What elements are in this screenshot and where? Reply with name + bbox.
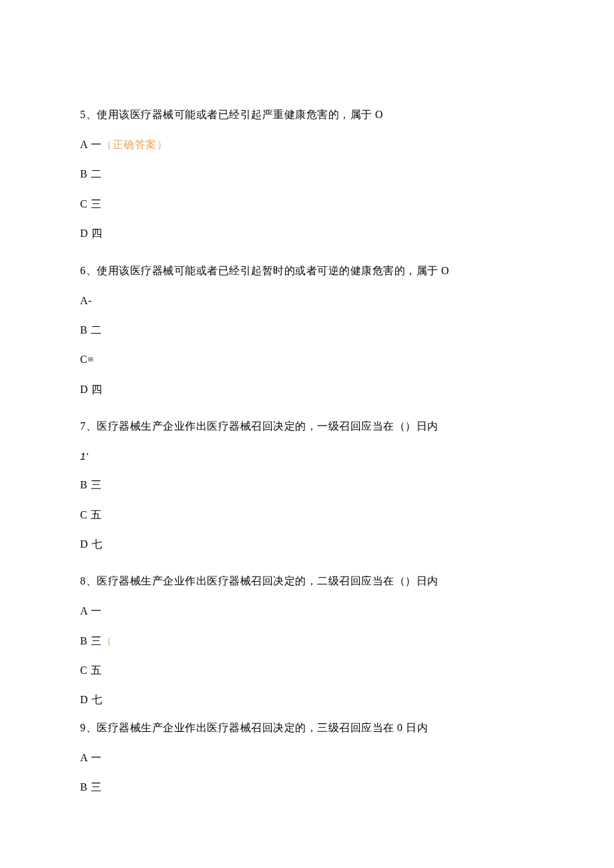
option-a: A 一（正确答案）	[80, 137, 534, 152]
question-5: 5、使用该医疗器械可能或者已经引起严重健康危害的，属于 O A 一（正确答案） …	[80, 107, 534, 242]
question-6: 6、使用该医疗器械可能或者已经引起暂时的或者可逆的健康危害的，属于 O A- B…	[80, 263, 534, 398]
question-text: 5、使用该医疗器械可能或者已经引起严重健康危害的，属于 O	[80, 107, 534, 123]
option-c: C 五	[80, 663, 534, 678]
question-9: 9、医疗器械生产企业作出医疗器械召回决定的，三级召回应当在 0 日内 A 一 B…	[80, 720, 534, 795]
question-text: 9、医疗器械生产企业作出医疗器械召回决定的，三级召回应当在 0 日内	[80, 720, 534, 736]
option-a: A 一	[80, 604, 534, 618]
question-text: 6、使用该医疗器械可能或者已经引起暂时的或者可逆的健康危害的，属于 O	[80, 263, 534, 279]
question-body: 医疗器械生产企业作出医疗器械召回决定的，三级召回应当在 0 日内	[97, 722, 428, 733]
option-italic: 1'	[80, 449, 534, 463]
option-b: B 三（	[80, 634, 534, 648]
question-body: 医疗器械生产企业作出医疗器械召回决定的，一级召回应当在（）日内	[97, 420, 438, 432]
option-a: A-	[80, 294, 534, 308]
option-d: D 七	[80, 693, 534, 707]
question-number: 8、	[80, 575, 97, 586]
option-c: C 三	[80, 197, 534, 211]
question-8: 8、医疗器械生产企业作出医疗器械召回决定的，二级召回应当在（）日内 A 一 B …	[80, 573, 534, 708]
question-body: 使用该医疗器械可能或者已经引起暂时的或者可逆的健康危害的，属于 O	[97, 265, 449, 276]
question-body: 使用该医疗器械可能或者已经引起严重健康危害的，属于 O	[97, 109, 383, 120]
option-c: C 五	[80, 508, 534, 522]
option-b: B 三	[80, 478, 534, 492]
option-c: C≡	[80, 352, 534, 367]
option-b: B 三	[80, 780, 534, 795]
question-number: 5、	[80, 109, 97, 120]
option-d: D 四	[80, 226, 534, 241]
correct-answer-marker: （正确答案）	[101, 139, 168, 150]
question-text: 7、医疗器械生产企业作出医疗器械召回决定的，一级召回应当在（）日内	[80, 418, 534, 434]
question-body: 医疗器械生产企业作出医疗器械召回决定的，二级召回应当在（）日内	[97, 575, 438, 586]
option-d: D 四	[80, 382, 534, 397]
question-text: 8、医疗器械生产企业作出医疗器械召回决定的，二级召回应当在（）日内	[80, 573, 534, 589]
option-b: B 二	[80, 167, 534, 181]
paren-marker: （	[101, 635, 113, 646]
option-a: A 一	[80, 751, 534, 765]
question-7: 7、医疗器械生产企业作出医疗器械召回决定的，一级召回应当在（）日内 1' B 三…	[80, 418, 534, 552]
question-number: 6、	[80, 265, 97, 276]
question-number: 7、	[80, 420, 97, 432]
option-label: A 一	[80, 139, 101, 150]
option-d: D 七	[80, 537, 534, 552]
option-b: B 二	[80, 323, 534, 338]
question-number: 9、	[80, 722, 97, 733]
option-label: B 三	[80, 635, 101, 646]
